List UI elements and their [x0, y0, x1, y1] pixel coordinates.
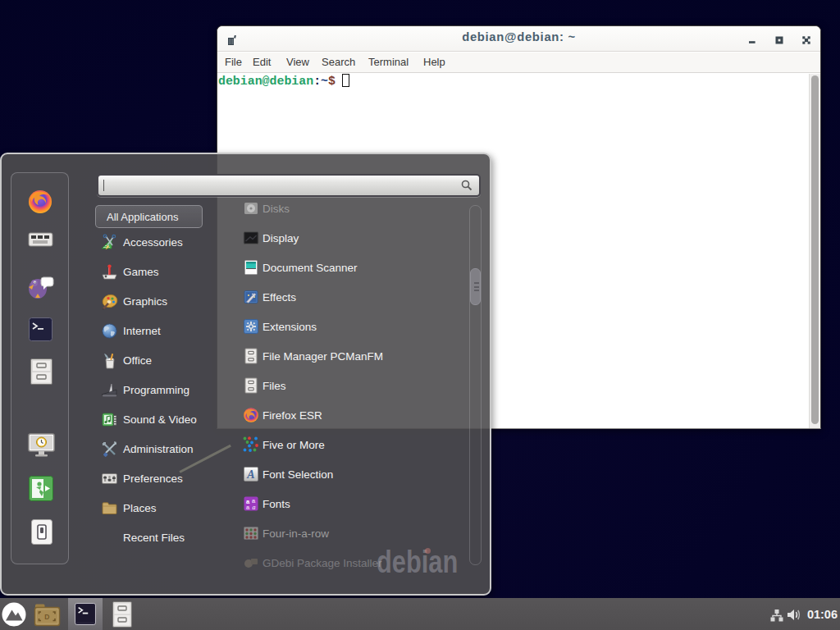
- svg-text:D: D: [44, 613, 49, 621]
- svg-text:a: a: [253, 504, 256, 511]
- svg-text:A: A: [246, 468, 254, 481]
